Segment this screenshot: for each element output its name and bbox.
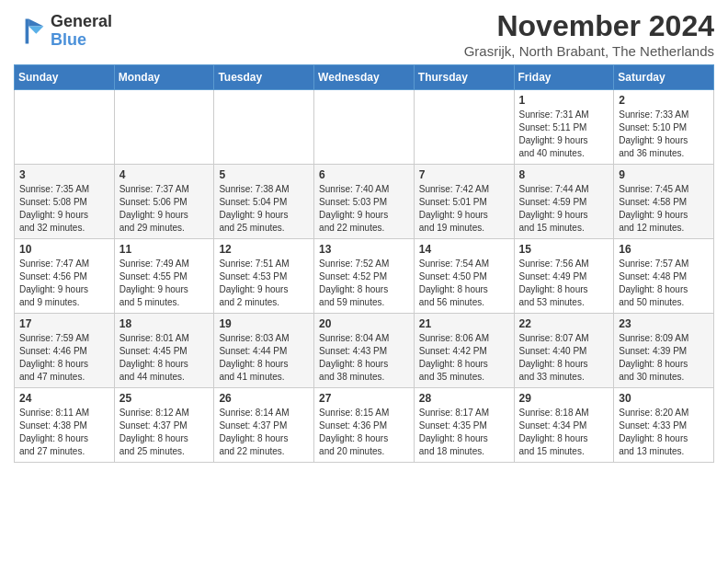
location: Grasrijk, North Brabant, The Netherlands: [464, 43, 714, 59]
day-info: Sunrise: 8:18 AM Sunset: 4:34 PM Dayligh…: [519, 407, 609, 458]
header: General Blue November 2024 Grasrijk, Nor…: [14, 9, 714, 59]
day-info: Sunrise: 8:14 AM Sunset: 4:37 PM Dayligh…: [219, 407, 309, 458]
calendar-cell: [114, 90, 214, 165]
calendar-cell: 13Sunrise: 7:52 AM Sunset: 4:52 PM Dayli…: [314, 239, 415, 314]
calendar-cell: 14Sunrise: 7:54 AM Sunset: 4:50 PM Dayli…: [414, 239, 514, 314]
month-title: November 2024: [464, 9, 714, 43]
day-number: 9: [619, 168, 709, 181]
calendar-cell: 6Sunrise: 7:40 AM Sunset: 5:03 PM Daylig…: [314, 165, 415, 239]
week-row-3: 10Sunrise: 7:47 AM Sunset: 4:56 PM Dayli…: [15, 239, 714, 314]
calendar-cell: 12Sunrise: 7:51 AM Sunset: 4:53 PM Dayli…: [214, 239, 314, 314]
calendar-cell: 21Sunrise: 8:06 AM Sunset: 4:42 PM Dayli…: [414, 314, 514, 388]
day-number: 6: [319, 168, 409, 181]
calendar-cell: 1Sunrise: 7:31 AM Sunset: 5:11 PM Daylig…: [514, 90, 614, 165]
weekday-header-tuesday: Tuesday: [214, 65, 314, 90]
calendar-cell: 20Sunrise: 8:04 AM Sunset: 4:43 PM Dayli…: [314, 314, 415, 388]
day-number: 27: [319, 392, 409, 405]
day-number: 19: [219, 317, 309, 330]
logo-text: General Blue: [51, 13, 112, 50]
calendar-cell: 18Sunrise: 8:01 AM Sunset: 4:45 PM Dayli…: [114, 314, 214, 388]
weekday-header-sunday: Sunday: [15, 65, 115, 90]
calendar-cell: 19Sunrise: 8:03 AM Sunset: 4:44 PM Dayli…: [214, 314, 314, 388]
day-info: Sunrise: 7:31 AM Sunset: 5:11 PM Dayligh…: [519, 109, 609, 160]
day-info: Sunrise: 7:57 AM Sunset: 4:48 PM Dayligh…: [619, 258, 709, 309]
day-number: 29: [519, 392, 609, 405]
day-number: 18: [119, 317, 210, 330]
day-number: 4: [119, 168, 210, 181]
day-info: Sunrise: 8:01 AM Sunset: 4:45 PM Dayligh…: [119, 332, 210, 384]
day-info: Sunrise: 7:35 AM Sunset: 5:08 PM Dayligh…: [19, 183, 109, 235]
title-area: November 2024 Grasrijk, North Brabant, T…: [464, 9, 714, 59]
calendar-cell: 25Sunrise: 8:12 AM Sunset: 4:37 PM Dayli…: [114, 388, 214, 463]
day-info: Sunrise: 8:04 AM Sunset: 4:43 PM Dayligh…: [319, 332, 409, 384]
day-number: 20: [319, 317, 409, 330]
day-info: Sunrise: 8:12 AM Sunset: 4:37 PM Dayligh…: [119, 407, 210, 458]
calendar-cell: 24Sunrise: 8:11 AM Sunset: 4:38 PM Dayli…: [15, 388, 115, 463]
day-info: Sunrise: 7:52 AM Sunset: 4:52 PM Dayligh…: [319, 258, 409, 309]
weekday-header-saturday: Saturday: [614, 65, 714, 90]
day-info: Sunrise: 7:44 AM Sunset: 4:59 PM Dayligh…: [519, 183, 609, 235]
day-number: 3: [19, 168, 109, 181]
calendar-cell: 4Sunrise: 7:37 AM Sunset: 5:06 PM Daylig…: [114, 165, 214, 239]
day-number: 14: [419, 243, 509, 256]
day-info: Sunrise: 7:40 AM Sunset: 5:03 PM Dayligh…: [319, 183, 409, 235]
day-info: Sunrise: 8:07 AM Sunset: 4:40 PM Dayligh…: [519, 332, 609, 384]
calendar-cell: 17Sunrise: 7:59 AM Sunset: 4:46 PM Dayli…: [15, 314, 115, 388]
day-number: 10: [19, 243, 109, 256]
day-info: Sunrise: 8:17 AM Sunset: 4:35 PM Dayligh…: [419, 407, 509, 458]
day-info: Sunrise: 7:47 AM Sunset: 4:56 PM Dayligh…: [19, 258, 109, 309]
calendar-cell: 15Sunrise: 7:56 AM Sunset: 4:49 PM Dayli…: [514, 239, 614, 314]
day-info: Sunrise: 8:15 AM Sunset: 4:36 PM Dayligh…: [319, 407, 409, 458]
logo-line2: Blue: [51, 31, 112, 50]
day-number: 5: [219, 168, 309, 181]
day-number: 24: [19, 392, 109, 405]
calendar-cell: 28Sunrise: 8:17 AM Sunset: 4:35 PM Dayli…: [414, 388, 514, 463]
calendar-cell: 3Sunrise: 7:35 AM Sunset: 5:08 PM Daylig…: [15, 165, 115, 239]
day-info: Sunrise: 7:54 AM Sunset: 4:50 PM Dayligh…: [419, 258, 509, 309]
page: General Blue November 2024 Grasrijk, Nor…: [0, 0, 728, 472]
calendar-cell: 5Sunrise: 7:38 AM Sunset: 5:04 PM Daylig…: [214, 165, 314, 239]
logo-icon: [14, 15, 47, 48]
day-info: Sunrise: 8:03 AM Sunset: 4:44 PM Dayligh…: [219, 332, 309, 384]
day-number: 25: [119, 392, 210, 405]
day-number: 12: [219, 243, 309, 256]
day-number: 21: [419, 317, 509, 330]
svg-rect-3: [26, 18, 29, 43]
week-row-2: 3Sunrise: 7:35 AM Sunset: 5:08 PM Daylig…: [15, 165, 714, 239]
calendar-cell: 7Sunrise: 7:42 AM Sunset: 5:01 PM Daylig…: [414, 165, 514, 239]
day-info: Sunrise: 7:45 AM Sunset: 4:58 PM Dayligh…: [619, 183, 709, 235]
calendar-cell: 26Sunrise: 8:14 AM Sunset: 4:37 PM Dayli…: [214, 388, 314, 463]
logo: General Blue: [14, 13, 112, 50]
calendar-cell: 11Sunrise: 7:49 AM Sunset: 4:55 PM Dayli…: [114, 239, 214, 314]
day-info: Sunrise: 7:49 AM Sunset: 4:55 PM Dayligh…: [119, 258, 210, 309]
day-number: 13: [319, 243, 409, 256]
calendar-cell: 2Sunrise: 7:33 AM Sunset: 5:10 PM Daylig…: [614, 90, 714, 165]
day-number: 15: [519, 243, 609, 256]
day-info: Sunrise: 7:42 AM Sunset: 5:01 PM Dayligh…: [419, 183, 509, 235]
day-info: Sunrise: 7:33 AM Sunset: 5:10 PM Dayligh…: [619, 109, 709, 160]
calendar-cell: 8Sunrise: 7:44 AM Sunset: 4:59 PM Daylig…: [514, 165, 614, 239]
week-row-4: 17Sunrise: 7:59 AM Sunset: 4:46 PM Dayli…: [15, 314, 714, 388]
day-number: 11: [119, 243, 210, 256]
day-info: Sunrise: 8:20 AM Sunset: 4:33 PM Dayligh…: [619, 407, 709, 458]
weekday-header-monday: Monday: [114, 65, 214, 90]
calendar-cell: 22Sunrise: 8:07 AM Sunset: 4:40 PM Dayli…: [514, 314, 614, 388]
calendar-cell: 23Sunrise: 8:09 AM Sunset: 4:39 PM Dayli…: [614, 314, 714, 388]
weekday-header-wednesday: Wednesday: [314, 65, 415, 90]
day-info: Sunrise: 7:38 AM Sunset: 5:04 PM Dayligh…: [219, 183, 309, 235]
calendar-cell: 16Sunrise: 7:57 AM Sunset: 4:48 PM Dayli…: [614, 239, 714, 314]
logo-line1: General: [51, 13, 112, 31]
day-info: Sunrise: 7:51 AM Sunset: 4:53 PM Dayligh…: [219, 258, 309, 309]
day-number: 17: [19, 317, 109, 330]
calendar-cell: [15, 90, 115, 165]
week-row-1: 1Sunrise: 7:31 AM Sunset: 5:11 PM Daylig…: [15, 90, 714, 165]
calendar-cell: 29Sunrise: 8:18 AM Sunset: 4:34 PM Dayli…: [514, 388, 614, 463]
calendar-cell: [214, 90, 314, 165]
day-info: Sunrise: 7:37 AM Sunset: 5:06 PM Dayligh…: [119, 183, 210, 235]
day-number: 2: [619, 94, 709, 107]
day-number: 8: [519, 168, 609, 181]
weekday-header-thursday: Thursday: [414, 65, 514, 90]
day-number: 30: [619, 392, 709, 405]
day-info: Sunrise: 8:06 AM Sunset: 4:42 PM Dayligh…: [419, 332, 509, 384]
calendar-table: SundayMondayTuesdayWednesdayThursdayFrid…: [14, 64, 714, 463]
